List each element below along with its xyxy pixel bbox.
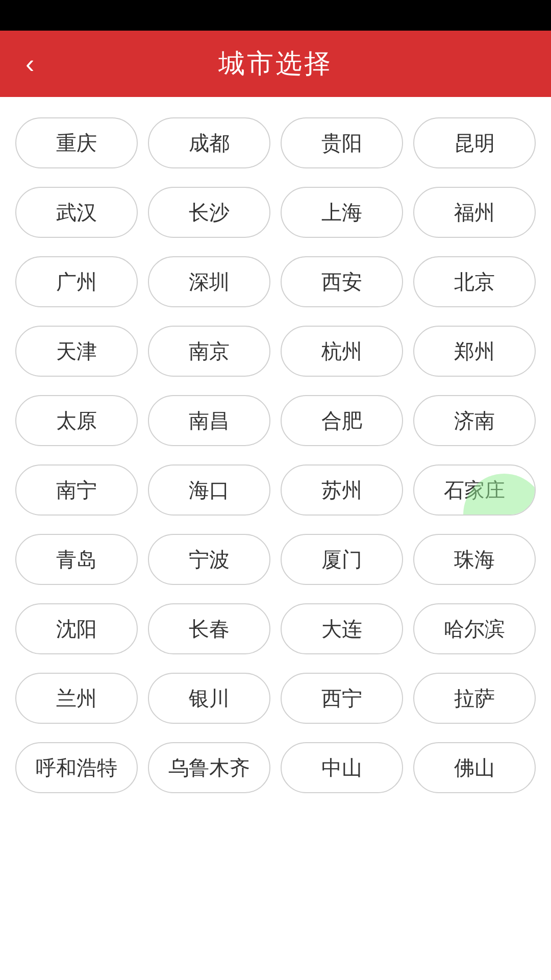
city-button[interactable]: 海口: [148, 464, 270, 516]
city-button[interactable]: 南京: [148, 326, 270, 377]
page-title: 城市选择: [218, 46, 333, 82]
city-button[interactable]: 拉萨: [413, 673, 536, 724]
city-button[interactable]: 西安: [281, 256, 403, 307]
city-button[interactable]: 兰州: [15, 673, 138, 724]
city-button[interactable]: 杭州: [281, 326, 403, 377]
header: ‹ 城市选择: [0, 31, 551, 97]
city-button[interactable]: 宁波: [148, 534, 270, 585]
city-button[interactable]: 中山: [281, 742, 403, 793]
status-bar: [0, 0, 551, 31]
city-button[interactable]: 沈阳: [15, 603, 138, 654]
city-button[interactable]: 济南: [413, 395, 536, 446]
city-button[interactable]: 成都: [148, 117, 270, 168]
city-button[interactable]: 合肥: [281, 395, 403, 446]
city-button[interactable]: 北京: [413, 256, 536, 307]
city-button[interactable]: 银川: [148, 673, 270, 724]
city-button[interactable]: 天津: [15, 326, 138, 377]
city-button[interactable]: 太原: [15, 395, 138, 446]
city-button[interactable]: 呼和浩特: [15, 742, 138, 793]
city-button[interactable]: 厦门: [281, 534, 403, 585]
city-button[interactable]: 西宁: [281, 673, 403, 724]
city-button[interactable]: 长沙: [148, 187, 270, 238]
city-button[interactable]: 广州: [15, 256, 138, 307]
city-button[interactable]: 昆明: [413, 117, 536, 168]
city-button[interactable]: 石家庄: [413, 464, 536, 516]
city-grid: 重庆成都贵阳昆明武汉长沙上海福州广州深圳西安北京天津南京杭州郑州太原南昌合肥济南…: [0, 97, 551, 814]
city-button[interactable]: 重庆: [15, 117, 138, 168]
city-button[interactable]: 大连: [281, 603, 403, 654]
city-button[interactable]: 贵阳: [281, 117, 403, 168]
city-button[interactable]: 青岛: [15, 534, 138, 585]
city-button[interactable]: 南昌: [148, 395, 270, 446]
city-button[interactable]: 佛山: [413, 742, 536, 793]
city-button[interactable]: 福州: [413, 187, 536, 238]
city-button[interactable]: 乌鲁木齐: [148, 742, 270, 793]
city-button[interactable]: 上海: [281, 187, 403, 238]
city-button[interactable]: 珠海: [413, 534, 536, 585]
city-button[interactable]: 南宁: [15, 464, 138, 516]
city-button[interactable]: 哈尔滨: [413, 603, 536, 654]
city-button[interactable]: 郑州: [413, 326, 536, 377]
city-button[interactable]: 苏州: [281, 464, 403, 516]
city-button[interactable]: 深圳: [148, 256, 270, 307]
city-button[interactable]: 长春: [148, 603, 270, 654]
back-button[interactable]: ‹: [20, 45, 39, 82]
city-button[interactable]: 武汉: [15, 187, 138, 238]
